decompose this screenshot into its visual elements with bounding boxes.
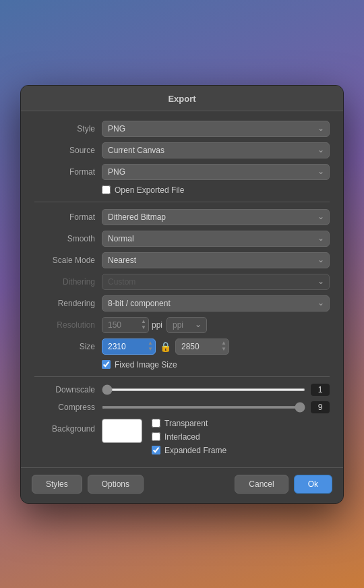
dithering-select-wrap: Custom (102, 274, 330, 290)
expanded-frame-label: Expanded Frame (164, 446, 226, 455)
section-divider (34, 202, 330, 202)
size-row: Size ▲ ▼ 🔒 ▲ ▼ (34, 339, 330, 355)
downscale-value: 1 (311, 384, 330, 396)
style-row: Style PNG (34, 121, 330, 137)
expanded-frame-checkbox[interactable] (152, 446, 160, 454)
downscale-label: Downscale (34, 385, 95, 394)
smooth-select-wrap: Normal (102, 231, 330, 247)
mid-divider (34, 376, 330, 377)
background-swatch[interactable] (102, 419, 142, 443)
interlaced-row: Interlaced (152, 432, 226, 442)
format-bottom-select[interactable]: Dithered Bitmap (102, 209, 330, 225)
resolution-down-btn[interactable]: ▼ (140, 325, 148, 330)
style-select-wrap: PNG (102, 121, 330, 137)
height-down-btn[interactable]: ▼ (220, 347, 228, 352)
format-top-row: Format PNG (34, 164, 330, 180)
scale-mode-select[interactable]: Nearest (102, 252, 330, 268)
downscale-row: Downscale 1 (34, 384, 330, 396)
rendering-select-wrap: 8-bit / component (102, 295, 330, 312)
rendering-row: Rendering 8-bit / component (34, 295, 330, 312)
dialog-title: Export (21, 86, 343, 111)
scale-mode-row: Scale Mode Nearest (34, 252, 330, 268)
expanded-frame-row: Expanded Frame (152, 446, 226, 455)
fixed-image-size-label: Fixed Image Size (115, 360, 177, 370)
open-exported-row: Open Exported File (102, 185, 330, 195)
styles-button[interactable]: Styles (32, 475, 82, 494)
source-row: Source Current Canvas (34, 142, 330, 158)
ok-button[interactable]: Ok (294, 475, 332, 494)
format-bottom-row: Format Dithered Bitmap (34, 209, 330, 225)
transparent-row: Transparent (152, 419, 226, 428)
style-label: Style (34, 124, 95, 134)
transparent-checkbox[interactable] (152, 419, 160, 428)
style-select[interactable]: PNG (102, 121, 330, 137)
footer-left: Styles Options (32, 475, 144, 494)
height-stepper: ▲ ▼ (220, 339, 228, 355)
source-select-wrap: Current Canvas (102, 142, 330, 158)
resolution-up-btn[interactable]: ▲ (140, 319, 148, 324)
resolution-row: Resolution ▲ ▼ ppi ppi (34, 317, 330, 333)
format-bottom-label: Format (34, 212, 95, 222)
rendering-label: Rendering (34, 299, 95, 308)
lock-icon: 🔒 (160, 341, 171, 352)
rendering-select[interactable]: 8-bit / component (102, 295, 330, 312)
interlaced-label: Interlaced (164, 432, 200, 442)
width-up-btn[interactable]: ▲ (146, 341, 154, 346)
export-dialog: Export Style PNG Source Current Canvas F… (20, 85, 344, 504)
background-row: Background Transparent Interlaced Expand… (34, 419, 330, 455)
scale-mode-label: Scale Mode (34, 256, 95, 265)
dithering-row: Dithering Custom (34, 274, 330, 290)
dithering-label: Dithering (34, 277, 95, 287)
format-top-select-wrap: PNG (102, 164, 330, 180)
size-height-wrap: ▲ ▼ (175, 339, 229, 355)
resolution-stepper: ▲ ▼ (140, 317, 148, 333)
fixed-image-size-checkbox[interactable] (102, 360, 111, 369)
source-select[interactable]: Current Canvas (102, 142, 330, 158)
cancel-button[interactable]: Cancel (235, 475, 288, 494)
interlaced-checkbox[interactable] (152, 432, 160, 441)
dialog-body: Style PNG Source Current Canvas Format P… (21, 111, 343, 467)
background-label: Background (34, 419, 95, 434)
smooth-select[interactable]: Normal (102, 231, 330, 247)
background-checkboxes: Transparent Interlaced Expanded Frame (152, 419, 226, 455)
resolution-input-wrap: ▲ ▼ (102, 317, 149, 333)
height-up-btn[interactable]: ▲ (220, 341, 228, 346)
format-bottom-select-wrap: Dithered Bitmap (102, 209, 330, 225)
resolution-label: Resolution (34, 320, 95, 330)
ppi-label: ppi (152, 320, 162, 330)
smooth-label: Smooth (34, 234, 95, 243)
compress-value: 9 (311, 401, 330, 413)
transparent-label: Transparent (164, 419, 208, 428)
footer-right: Cancel Ok (235, 475, 332, 494)
compress-label: Compress (34, 403, 95, 412)
smooth-row: Smooth Normal (34, 231, 330, 247)
open-exported-checkbox[interactable] (102, 185, 111, 194)
size-width-wrap: ▲ ▼ (102, 339, 156, 355)
options-button[interactable]: Options (88, 475, 144, 494)
dialog-footer: Styles Options Cancel Ok (21, 467, 343, 503)
ppi-unit-select-wrap: ppi (166, 317, 207, 333)
downscale-slider[interactable] (102, 388, 305, 391)
scale-mode-select-wrap: Nearest (102, 252, 330, 268)
compress-slider[interactable] (102, 406, 305, 409)
format-top-label: Format (34, 167, 95, 177)
compress-row: Compress 9 (34, 401, 330, 413)
width-down-btn[interactable]: ▼ (146, 347, 154, 352)
dithering-select[interactable]: Custom (102, 274, 330, 290)
width-stepper: ▲ ▼ (146, 339, 154, 355)
open-exported-label: Open Exported File (115, 185, 184, 195)
size-label: Size (34, 342, 95, 351)
fixed-image-size-row: Fixed Image Size (102, 360, 330, 370)
source-label: Source (34, 146, 95, 155)
format-top-select[interactable]: PNG (102, 164, 330, 180)
ppi-unit-select[interactable]: ppi (166, 317, 207, 333)
